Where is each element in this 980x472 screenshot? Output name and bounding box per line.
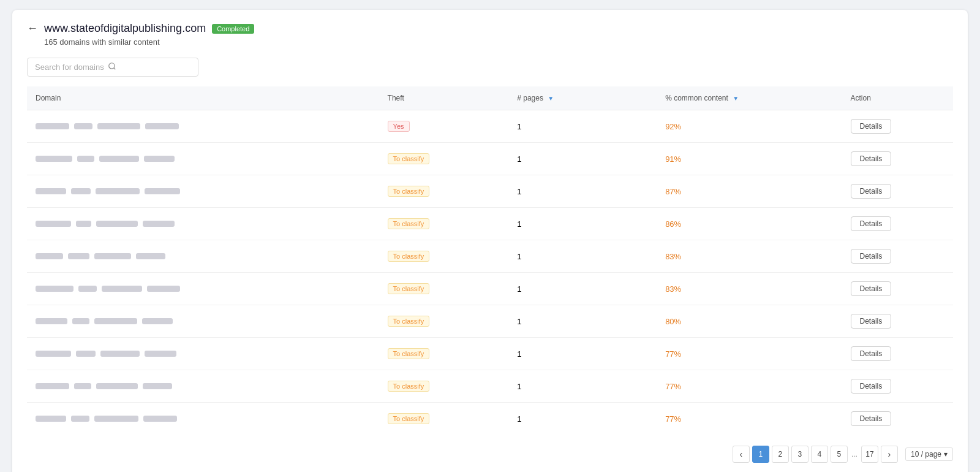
table-row: To classify183%Details [27,273,953,305]
theft-cell: To classify [379,338,509,370]
common-content-cell: 77% [657,370,842,403]
domain-blur-block [36,156,72,162]
theft-cell: To classify [379,143,509,175]
pages-cell: 1 [508,240,657,273]
pages-sort-icon: ▼ [548,95,554,102]
col-header-theft: Theft [379,86,509,110]
common-content-cell: 83% [657,273,842,305]
details-button[interactable]: Details [851,216,892,231]
action-cell: Details [842,208,953,240]
col-header-common[interactable]: % common content ▼ [657,86,842,110]
domain-blur-block [74,383,91,389]
search-bar[interactable]: Search for domains [27,58,198,77]
domain-blur-block [143,383,172,389]
pages-cell: 1 [508,273,657,305]
details-button[interactable]: Details [851,379,892,394]
next-page-button[interactable]: › [881,446,898,463]
domain-blur-block [144,156,175,162]
domain-blur-block [76,351,96,357]
back-button[interactable]: ← [27,22,38,35]
domain-cell [27,110,379,143]
theft-cell: To classify [379,305,509,338]
domain-blur-block [145,123,179,129]
domain-cell [27,305,379,338]
domain-blur-block [145,351,176,357]
last-page-button[interactable]: 17 [861,446,878,463]
per-page-selector[interactable]: 10 / page ▾ [905,447,953,461]
table-row: To classify177%Details [27,370,953,403]
domain-blur-block [72,318,89,324]
details-button[interactable]: Details [851,411,892,426]
domain-cell [27,240,379,273]
domain-blur-block [143,416,177,422]
common-content-cell: 80% [657,305,842,338]
domain-blur-block [102,286,142,292]
domain-blur-block [94,318,137,324]
domain-blur-block [94,253,131,259]
svg-point-0 [108,63,114,69]
theft-tag-classify: To classify [388,381,430,392]
table-row: To classify177%Details [27,338,953,370]
domain-blur-block [143,221,175,227]
table-row: To classify180%Details [27,305,953,338]
domain-blur-block [96,221,138,227]
domain-blur-block [147,286,180,292]
domain-blur-block [96,188,140,194]
page-1-button[interactable]: 1 [752,446,769,463]
pages-cell: 1 [508,208,657,240]
table-row: To classify187%Details [27,175,953,208]
per-page-chevron-icon: ▾ [944,450,948,459]
page-5-button[interactable]: 5 [831,446,848,463]
domain-blur-block [36,318,67,324]
pages-cell: 1 [508,370,657,403]
common-content-cell: 83% [657,240,842,273]
details-button[interactable]: Details [851,314,892,329]
domain-cell [27,338,379,370]
action-cell: Details [842,338,953,370]
table-row: To classify177%Details [27,403,953,435]
details-button[interactable]: Details [851,119,892,134]
pages-cell: 1 [508,305,657,338]
domain-blur-block [94,416,138,422]
table-header-row: Domain Theft # pages ▼ % common content … [27,86,953,110]
table-row: To classify186%Details [27,208,953,240]
percent-value: 77% [665,349,681,359]
page-2-button[interactable]: 2 [772,446,789,463]
theft-tag-classify: To classify [388,186,430,197]
page-4-button[interactable]: 4 [811,446,828,463]
action-cell: Details [842,143,953,175]
domain-blur-block [71,188,91,194]
theft-cell: Yes [379,110,509,143]
theft-cell: To classify [379,208,509,240]
col-header-action: Action [842,86,953,110]
domain-blur-block [142,318,173,324]
per-page-label: 10 / page [911,450,941,459]
domain-blur-block [78,286,97,292]
col-header-pages[interactable]: # pages ▼ [508,86,657,110]
action-cell: Details [842,175,953,208]
page-3-button[interactable]: 3 [791,446,809,463]
domain-blur-block [96,383,138,389]
domain-cell [27,143,379,175]
svg-line-1 [113,68,115,70]
domain-blur-block [100,351,140,357]
details-button[interactable]: Details [851,249,892,264]
domain-blur-block [36,416,66,422]
theft-cell: To classify [379,240,509,273]
domain-blur-block [36,188,66,194]
percent-value: 83% [665,284,681,294]
common-content-cell: 91% [657,143,842,175]
details-button[interactable]: Details [851,281,892,296]
details-button[interactable]: Details [851,346,892,361]
domain-cell [27,175,379,208]
percent-value: 77% [665,414,681,424]
percent-value: 91% [665,154,681,164]
percent-value: 83% [665,252,681,261]
page-header: ← www.stateofdigitalpublishing.com Compl… [27,22,953,35]
page-container: ← www.stateofdigitalpublishing.com Compl… [12,10,968,472]
details-button[interactable]: Details [851,184,892,199]
prev-page-button[interactable]: ‹ [733,446,750,463]
common-content-cell: 86% [657,208,842,240]
details-button[interactable]: Details [851,151,892,166]
status-badge: Completed [212,24,254,34]
